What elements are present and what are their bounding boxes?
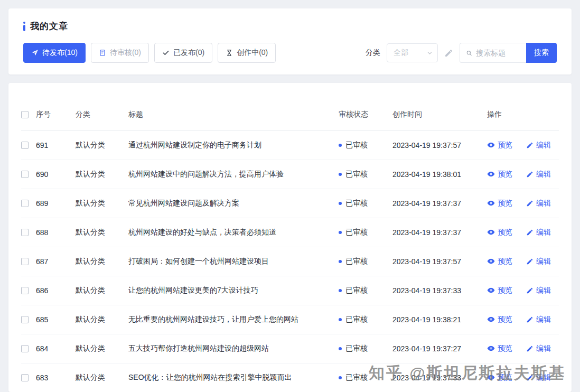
category-select-value: 全部	[394, 48, 408, 58]
preview-link[interactable]: 预览	[487, 344, 512, 353]
edit-link[interactable]: 编辑	[526, 315, 551, 324]
row-category: 默认分类	[76, 276, 128, 305]
row-actions: 预览 编辑	[487, 170, 556, 179]
header-category: 分类	[76, 99, 128, 130]
tab-published[interactable]: 已发布(0)	[154, 43, 212, 63]
table-row: 690 默认分类 杭州网站建设中的问题解决方法，提高用户体验 已审核 2023-…	[21, 160, 559, 189]
row-checkbox[interactable]	[21, 287, 29, 294]
row-category: 默认分类	[76, 305, 128, 334]
row-checkbox[interactable]	[21, 345, 29, 352]
row-time: 2023-04-19 19:37:57	[392, 130, 487, 160]
edit-link[interactable]: 编辑	[526, 199, 551, 208]
row-time: 2023-04-19 19:37:57	[392, 247, 487, 276]
row-status-label: 已审核	[345, 141, 368, 150]
table-row: 684 默认分类 五大技巧帮你打造杭州网站建设的超级网站 已审核 2023-04…	[21, 334, 559, 363]
status-dot-icon	[339, 144, 342, 147]
row-status: 已审核	[339, 286, 368, 295]
edit-label: 编辑	[536, 257, 551, 266]
preview-link[interactable]: 预览	[487, 141, 512, 150]
tab-in-progress[interactable]: 创作中(0)	[218, 43, 276, 63]
header-id: 序号	[36, 99, 76, 130]
row-checkbox[interactable]	[21, 316, 29, 323]
eye-icon	[487, 374, 495, 381]
pencil-icon	[526, 287, 534, 294]
row-title: 通过杭州网站建设制定你的电子商务计划	[128, 130, 339, 160]
row-actions: 预览 编辑	[487, 199, 556, 208]
row-checkbox[interactable]	[21, 142, 29, 149]
row-status-label: 已审核	[345, 257, 368, 266]
row-checkbox[interactable]	[21, 258, 29, 265]
table-body: 691 默认分类 通过杭州网站建设制定你的电子商务计划 已审核 2023-04-…	[21, 130, 559, 392]
preview-label: 预览	[498, 257, 512, 266]
tab-label: 创作中(0)	[237, 48, 268, 58]
row-category: 默认分类	[76, 334, 128, 363]
row-actions: 预览 编辑	[487, 257, 556, 266]
edit-category-button[interactable]	[443, 49, 454, 58]
tab-pending-review[interactable]: 待审核(0)	[91, 43, 149, 63]
preview-label: 预览	[498, 286, 512, 295]
search-input[interactable]	[476, 49, 522, 57]
row-time: 2023-04-19 19:37:37	[392, 218, 487, 247]
row-actions: 预览 编辑	[487, 228, 556, 237]
status-dot-icon	[339, 173, 342, 176]
pencil-icon	[444, 49, 453, 58]
audit-doc-icon	[99, 49, 106, 57]
status-dot-icon	[339, 231, 342, 234]
header-card: 我的文章 待发布(10) 待审核(0) 已发布(0) 创作中(0) 分类	[8, 8, 572, 74]
row-id: 683	[36, 363, 76, 392]
preview-link[interactable]: 预览	[487, 257, 512, 266]
eye-icon	[487, 315, 495, 323]
preview-label: 预览	[498, 373, 512, 382]
edit-link[interactable]: 编辑	[526, 170, 551, 179]
tab-label: 待发布(10)	[42, 48, 78, 58]
row-id: 689	[36, 189, 76, 218]
preview-label: 预览	[498, 315, 512, 324]
row-actions: 预览 编辑	[487, 344, 556, 353]
row-status-label: 已审核	[345, 344, 368, 353]
category-select[interactable]: 全部	[387, 43, 438, 62]
eye-icon	[487, 286, 495, 294]
edit-link[interactable]: 编辑	[526, 141, 551, 150]
table-header-row: 序号 分类 标题 审核状态 创作时间 操作	[21, 99, 559, 130]
edit-link[interactable]: 编辑	[526, 344, 551, 353]
row-checkbox[interactable]	[21, 374, 29, 381]
row-category: 默认分类	[76, 130, 128, 160]
row-status-label: 已审核	[345, 315, 368, 324]
select-all-checkbox[interactable]	[21, 111, 29, 118]
pencil-icon	[526, 229, 534, 236]
header-actions: 操作	[487, 99, 559, 130]
row-title: 杭州网站建设中的问题解决方法，提高用户体验	[128, 160, 339, 189]
preview-link[interactable]: 预览	[487, 228, 512, 237]
row-checkbox[interactable]	[21, 200, 29, 207]
row-id: 688	[36, 218, 76, 247]
edit-link[interactable]: 编辑	[526, 286, 551, 295]
preview-link[interactable]: 预览	[487, 373, 512, 382]
table-row: 689 默认分类 常见杭州网站建设问题及解决方案 已审核 2023-04-19 …	[21, 189, 559, 218]
header-time: 创作时间	[392, 99, 487, 130]
eye-icon	[487, 257, 495, 265]
search-button[interactable]: 搜索	[526, 43, 557, 63]
status-dot-icon	[339, 289, 342, 292]
edit-link[interactable]: 编辑	[526, 373, 551, 382]
edit-link[interactable]: 编辑	[526, 257, 551, 266]
row-status: 已审核	[339, 199, 368, 208]
preview-link[interactable]: 预览	[487, 199, 512, 208]
row-title: 打破困局：如何创建一个杭州网站建设项目	[128, 247, 339, 276]
preview-link[interactable]: 预览	[487, 286, 512, 295]
preview-link[interactable]: 预览	[487, 170, 512, 179]
edit-label: 编辑	[536, 141, 551, 150]
page-title: 我的文章	[30, 20, 68, 32]
preview-label: 预览	[498, 199, 512, 208]
row-checkbox[interactable]	[21, 229, 29, 236]
row-status: 已审核	[339, 344, 368, 353]
pencil-icon	[526, 345, 534, 352]
edit-label: 编辑	[536, 170, 551, 179]
edit-link[interactable]: 编辑	[526, 228, 551, 237]
status-dot-icon	[339, 202, 342, 205]
preview-link[interactable]: 预览	[487, 315, 512, 324]
title-marker-icon	[23, 22, 25, 31]
pencil-icon	[526, 258, 534, 265]
search-input-wrap	[460, 43, 526, 63]
tab-pending-publish[interactable]: 待发布(10)	[23, 43, 86, 63]
row-checkbox[interactable]	[21, 171, 29, 178]
